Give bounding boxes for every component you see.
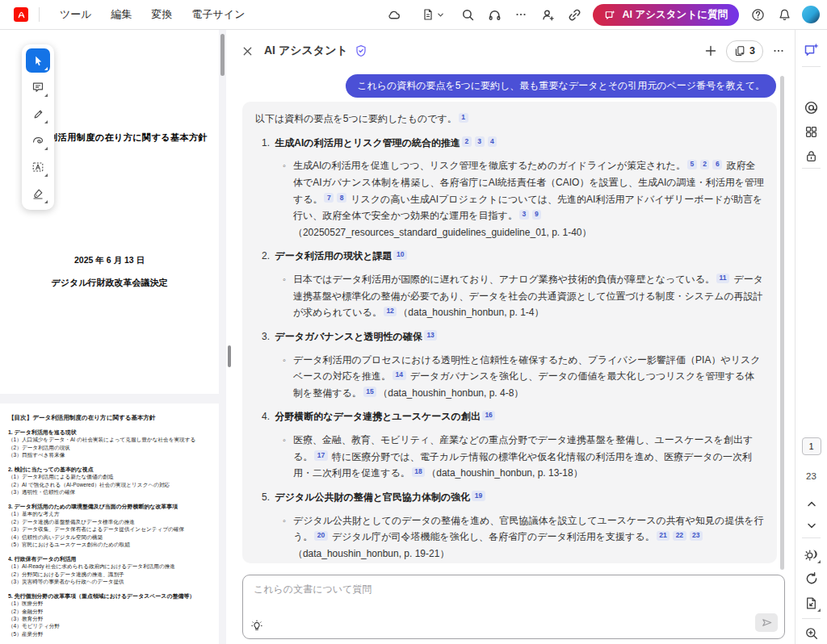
doc-count-icon bbox=[734, 45, 745, 56]
tool-submenu-corner bbox=[44, 174, 48, 177]
response-item-body: ◦データ利活用のプロセスにおける透明性と信頼性を確保するため、プライバシー影響評… bbox=[283, 352, 764, 402]
citation-chip[interactable]: 7 bbox=[324, 193, 334, 203]
citation-chip[interactable]: 2 bbox=[462, 136, 472, 146]
chevron-down-icon[interactable] bbox=[801, 515, 822, 536]
lock-icon[interactable] bbox=[801, 145, 822, 166]
toc-groups: 1. データ利活用を巡る現状（1）人口減少をデータ・AI の社会実装によって克服… bbox=[8, 429, 216, 638]
ask-ai-assistant-button[interactable]: AI アシスタントに質問 bbox=[593, 4, 739, 26]
toc-section-heading: 3. データ利活用のための環境整備及び当面の分野横断的な改革事項 bbox=[8, 503, 216, 510]
toc-item: （2）データ利活用の現状 bbox=[8, 444, 216, 451]
refresh-icon[interactable] bbox=[801, 568, 822, 589]
citation-chip[interactable]: 2 bbox=[700, 160, 710, 169]
shield-check-icon[interactable] bbox=[355, 44, 367, 57]
rail-divider bbox=[802, 618, 821, 619]
loop-tool[interactable] bbox=[26, 128, 50, 153]
acrobat-logo[interactable] bbox=[14, 7, 28, 22]
cloud-icon[interactable] bbox=[383, 4, 404, 25]
citation-chip[interactable]: 23 bbox=[690, 531, 703, 541]
citation-chip[interactable]: 4 bbox=[488, 136, 497, 146]
bold-text: 分野横断的なデータ連携とユースケースの創出 bbox=[275, 411, 481, 422]
panel-resize-handle[interactable] bbox=[228, 345, 231, 367]
citation-chip[interactable]: 10 bbox=[393, 250, 406, 260]
pdf-viewer: ータ利活用制度の在り方に関する基本方針 2025 年 6 月 13 日 デジタル… bbox=[0, 29, 226, 644]
at-comment-icon[interactable] bbox=[801, 97, 822, 118]
response-item-number: 4. bbox=[262, 411, 272, 422]
select-tool[interactable] bbox=[26, 48, 50, 73]
menu-convert[interactable]: 変換 bbox=[142, 7, 183, 22]
help-icon[interactable] bbox=[747, 4, 768, 25]
chevron-down-icon bbox=[437, 11, 444, 19]
citation-chip[interactable]: 19 bbox=[472, 491, 485, 500]
fill-sign-tool[interactable] bbox=[26, 182, 50, 206]
question-input[interactable] bbox=[252, 581, 775, 613]
citation-chip[interactable]: 14 bbox=[393, 370, 405, 380]
chat-scrollbar[interactable] bbox=[780, 76, 784, 570]
zoom-in-icon[interactable] bbox=[801, 623, 822, 644]
citation-chip[interactable]: 6 bbox=[712, 160, 722, 169]
avatar[interactable] bbox=[802, 6, 820, 23]
current-page-indicator[interactable]: 1 bbox=[802, 437, 821, 455]
response-item-heading: 1. 生成AIの利活用とリスク管理の統合的推進234 bbox=[262, 135, 764, 152]
ai-assistant-rail-icon[interactable] bbox=[801, 40, 822, 61]
assistant-header: AI アシスタント 3 bbox=[241, 40, 785, 62]
response-intro: 以下は資料の要点を5つに要約したものです。1 bbox=[255, 111, 764, 128]
menu-tools[interactable]: ツール bbox=[50, 7, 102, 22]
grid-icon[interactable] bbox=[801, 121, 822, 142]
menu-edit[interactable]: 編集 bbox=[102, 7, 142, 22]
citation-chip[interactable]: 18 bbox=[412, 467, 425, 477]
new-chat-plus-icon[interactable] bbox=[704, 44, 717, 57]
question-input-box bbox=[242, 575, 785, 639]
response-item-number: 1. bbox=[262, 137, 272, 148]
response-item-text: 生成AIの利活用を促進しつつ、リスク管理を徹底するためのガイドラインが策定された… bbox=[293, 157, 764, 240]
document-count-chip[interactable]: 3 bbox=[726, 40, 763, 62]
add-person-icon[interactable] bbox=[537, 4, 558, 25]
close-icon[interactable] bbox=[241, 45, 254, 57]
pdf-page-2: 【目次】データ利活用制度の在り方に関する基本方針 1. データ利活用を巡る現状（… bbox=[0, 404, 219, 644]
citation-chip[interactable]: 21 bbox=[657, 531, 670, 541]
citation-chip[interactable]: 3 bbox=[519, 210, 529, 220]
citation-chip[interactable]: 9 bbox=[532, 210, 542, 220]
response-item-body: ◦デジタル公共財としてのデータの整備を進め、官民協議体を設立してユースケースの共… bbox=[283, 512, 764, 562]
citation-chip[interactable]: 11 bbox=[716, 274, 729, 283]
pencil-tool[interactable] bbox=[26, 102, 50, 126]
citation-chip[interactable]: 12 bbox=[384, 307, 397, 316]
toc-item: （3）目指すべき将来像 bbox=[8, 451, 216, 458]
overflow-icon[interactable] bbox=[510, 4, 531, 25]
citation-chip[interactable]: 1 bbox=[459, 113, 468, 123]
citation-chip[interactable]: 3 bbox=[475, 136, 485, 146]
lightbulb-icon[interactable] bbox=[250, 620, 263, 633]
send-icon[interactable] bbox=[755, 613, 778, 632]
citation-chip[interactable]: 13 bbox=[424, 330, 437, 340]
total-pages: 23 bbox=[796, 471, 827, 481]
citation-chip[interactable]: 17 bbox=[314, 450, 327, 460]
toc-item: （3）データ収集、データ保有者によるデータ提供インセンティブの確保 bbox=[8, 525, 216, 533]
pdf-scrollbar[interactable] bbox=[220, 34, 225, 76]
citation-chip[interactable]: 20 bbox=[314, 531, 327, 541]
export-page-icon[interactable] bbox=[801, 592, 822, 613]
search-icon[interactable] bbox=[457, 4, 478, 25]
citation-chip[interactable]: 5 bbox=[687, 160, 697, 169]
toc-item: （1）医療分野 bbox=[8, 600, 216, 607]
sub-bullet-marker: ◦ bbox=[283, 512, 286, 562]
toc-item: （4）信頼性の高いデジタル空間の構築 bbox=[8, 533, 216, 541]
citation-chip[interactable]: 8 bbox=[337, 193, 346, 203]
menu-esign[interactable]: 電子サイン bbox=[183, 7, 255, 22]
link-icon[interactable] bbox=[564, 4, 585, 25]
textbox-tool[interactable] bbox=[26, 155, 50, 179]
headphones-icon[interactable] bbox=[484, 4, 505, 25]
citation-chip[interactable]: 15 bbox=[363, 387, 376, 396]
rail-divider bbox=[802, 537, 821, 538]
toc-section-heading: 4. 行政保有データの利活用 bbox=[8, 555, 216, 562]
chevron-up-icon[interactable] bbox=[801, 494, 822, 515]
toc-item: （2）分野間におけるデータ連携の推進、識別子 bbox=[8, 571, 216, 578]
citation-chip[interactable]: 22 bbox=[673, 531, 686, 541]
day-night-icon[interactable] bbox=[801, 544, 822, 565]
current-document-button[interactable] bbox=[417, 4, 449, 25]
pdf-toc: 【目次】データ利活用制度の在り方に関する基本方針 1. データ利活用を巡る現状（… bbox=[8, 413, 216, 638]
toc-item: （3）透明性・信頼性の確保 bbox=[8, 488, 216, 496]
assistant-overflow-icon[interactable] bbox=[772, 44, 785, 57]
toc-item: （5）官民におけるユースケース創出のための取組 bbox=[8, 541, 216, 548]
comment-tool[interactable] bbox=[26, 75, 50, 99]
bell-icon[interactable] bbox=[774, 4, 795, 25]
citation-chip[interactable]: 16 bbox=[482, 411, 495, 420]
